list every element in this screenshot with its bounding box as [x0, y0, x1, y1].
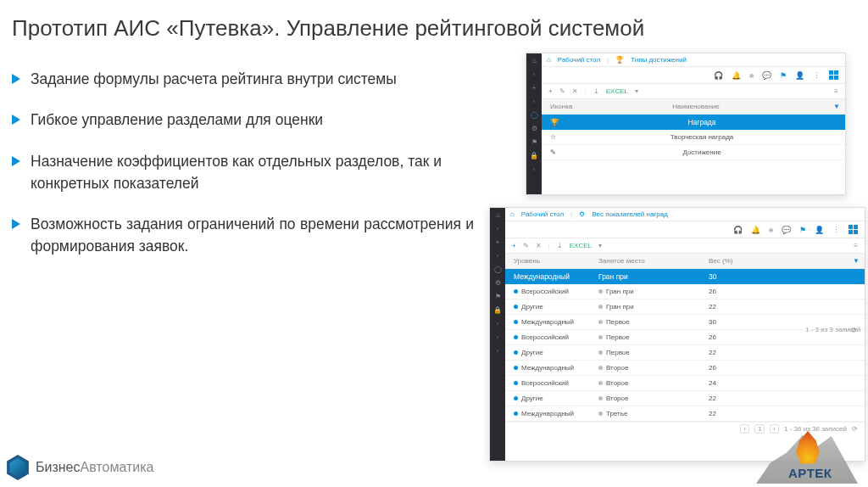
- sidebar-item[interactable]: ⚑: [493, 293, 502, 301]
- edit-button[interactable]: ✎: [523, 242, 529, 249]
- hex-logo-icon: [5, 455, 31, 480]
- cell-level: Другие: [505, 349, 598, 356]
- column-header-icon[interactable]: Иконка: [542, 103, 609, 110]
- cell-level: Всероссийский: [505, 333, 598, 341]
- cell-level: Всероссийский: [505, 288, 598, 295]
- sidebar-item[interactable]: ⚙: [530, 125, 538, 133]
- breadcrumb-page: Типы достижений: [631, 56, 687, 64]
- cell-weight: 30: [709, 272, 760, 281]
- sidebar-item[interactable]: ◦: [493, 225, 502, 233]
- sidebar-item[interactable]: ◦: [493, 333, 502, 342]
- bell-icon[interactable]: 🔔: [751, 226, 760, 234]
- apps-icon[interactable]: [829, 70, 838, 80]
- cell-level: Другие: [505, 395, 598, 402]
- page-next[interactable]: ›: [770, 424, 779, 434]
- column-header-place[interactable]: Занятое место: [598, 257, 709, 265]
- sidebar-item[interactable]: +: [493, 238, 502, 247]
- user-icon[interactable]: 👤: [795, 71, 804, 80]
- edit-button[interactable]: ✎: [559, 87, 565, 95]
- bell-icon[interactable]: 🔔: [732, 71, 741, 80]
- breadcrumb-home[interactable]: Рабочий стол: [521, 210, 564, 218]
- flame-icon[interactable]: ♨: [530, 57, 538, 65]
- trophy-icon: 🏆: [615, 56, 624, 64]
- sidebar-item[interactable]: ⚑: [530, 138, 538, 147]
- table-row-selected[interactable]: 🏆 Награда: [542, 115, 845, 130]
- apps-icon[interactable]: [849, 225, 858, 234]
- home-icon[interactable]: ⌂: [510, 210, 515, 218]
- top-toolbar: 🎧 🔔 ⎈ 💬 ⚑ 👤 ⋮: [542, 67, 845, 84]
- menu-icon[interactable]: ≡: [834, 87, 838, 95]
- sidebar-item[interactable]: ◦: [530, 70, 538, 79]
- cell-place: Первое: [598, 333, 709, 341]
- toolbar-icon[interactable]: ⎈: [769, 226, 773, 234]
- table-row[interactable]: ☆ Творческая награда: [542, 130, 845, 145]
- sidebar-item[interactable]: 🔒: [493, 306, 502, 315]
- flag-icon[interactable]: ⚑: [799, 226, 806, 234]
- chat-icon[interactable]: 💬: [762, 71, 771, 80]
- sidebar-item[interactable]: +: [530, 84, 538, 92]
- cell-place: Гран при: [598, 303, 709, 311]
- export-button[interactable]: ⤓: [593, 87, 599, 95]
- table-row[interactable]: ✎ Достижение: [542, 145, 845, 160]
- side-refresh-icon[interactable]: ⟳: [851, 326, 858, 334]
- cell-level: Всероссийский: [505, 379, 598, 387]
- top-toolbar: 🎧 🔔 ⎈ 💬 ⚑ 👤 ⋮: [505, 221, 865, 238]
- table-row[interactable]: ВсероссийскийВторое24: [505, 376, 865, 391]
- page-current[interactable]: 1: [754, 424, 765, 434]
- bullet-list: Задание формулы расчета рейтинга внутри …: [12, 68, 474, 258]
- sidebar-item[interactable]: ◯: [493, 266, 502, 274]
- table-row[interactable]: ДругиеПервое22: [505, 345, 865, 361]
- sidebar-item[interactable]: ◦: [493, 252, 502, 260]
- slide-title: Прототип АИС «Путевка». Управление рейти…: [0, 0, 868, 48]
- column-header-name[interactable]: Наименование: [609, 103, 833, 110]
- sidebar-item[interactable]: ◯: [530, 111, 538, 120]
- table-row[interactable]: ДругиеГран при22: [505, 299, 865, 315]
- cell-place: Гран при: [598, 272, 709, 281]
- bullet-text: Задание формулы расчета рейтинга внутри …: [31, 68, 474, 90]
- sidebar-item[interactable]: 🔒: [530, 152, 538, 160]
- delete-button[interactable]: ✕: [536, 242, 542, 249]
- sidebar-item[interactable]: ◦: [493, 320, 502, 328]
- page-prev[interactable]: ‹: [740, 424, 749, 434]
- user-icon[interactable]: 👤: [815, 226, 824, 234]
- cell-weight: 26: [709, 364, 760, 372]
- flag-icon[interactable]: ⚑: [780, 71, 787, 80]
- table-row[interactable]: ДругиеВторое22: [505, 391, 865, 406]
- filter-icon[interactable]: ▼: [833, 103, 845, 110]
- flame-icon[interactable]: ♨: [493, 211, 502, 220]
- headphones-icon[interactable]: 🎧: [714, 71, 723, 80]
- add-button[interactable]: +: [512, 242, 516, 249]
- excel-button[interactable]: EXCEL: [570, 242, 592, 249]
- column-header-weight[interactable]: Вес (%): [709, 257, 760, 265]
- refresh-icon[interactable]: ⟳: [852, 425, 858, 433]
- delete-button[interactable]: ✕: [572, 87, 578, 95]
- table-row-selected[interactable]: Международный Гран при 30: [505, 269, 865, 284]
- sidebar-item[interactable]: ◦: [530, 98, 538, 106]
- excel-button[interactable]: EXCEL: [606, 87, 628, 95]
- separator: |: [585, 87, 587, 95]
- record-count: 1 - 36 из 36 записей: [784, 425, 847, 433]
- screenshot-award-weights: ♨ ◦ + ◦ ◯ ⚙ ⚑ 🔒 ◦ ◦ ◦ ⌂ Рабочий стол | ⚙…: [489, 207, 865, 462]
- bullet-text: Назначение коэффициентов как отдельных р…: [31, 150, 474, 195]
- chat-icon[interactable]: 💬: [782, 226, 791, 234]
- chevron-down-icon[interactable]: ▾: [635, 87, 638, 95]
- table-row[interactable]: МеждународныйВторое26: [505, 361, 865, 376]
- sidebar-item[interactable]: ◦: [530, 165, 538, 174]
- filter-icon[interactable]: ▼: [853, 257, 865, 265]
- add-button[interactable]: +: [548, 87, 553, 95]
- table-row[interactable]: МеждународныйТретье22: [505, 406, 865, 422]
- headphones-icon[interactable]: 🎧: [733, 226, 743, 234]
- brand-name: БизнесАвтоматика: [36, 460, 153, 475]
- breadcrumb-home[interactable]: Рабочий стол: [558, 56, 600, 64]
- table-row[interactable]: ВсероссийскийГран при26: [505, 284, 865, 299]
- home-icon[interactable]: ⌂: [547, 56, 551, 64]
- divider: ⋮: [832, 226, 840, 234]
- chevron-down-icon[interactable]: ▾: [598, 242, 602, 249]
- sidebar-item[interactable]: ◦: [493, 347, 502, 355]
- menu-icon[interactable]: ≡: [854, 242, 858, 249]
- row-icon: ☆: [542, 133, 609, 141]
- toolbar-icon[interactable]: ⎈: [749, 71, 754, 80]
- sidebar-item[interactable]: ⚙: [493, 279, 502, 288]
- column-header-level[interactable]: Уровень: [505, 257, 598, 265]
- export-button[interactable]: ⤓: [557, 242, 563, 249]
